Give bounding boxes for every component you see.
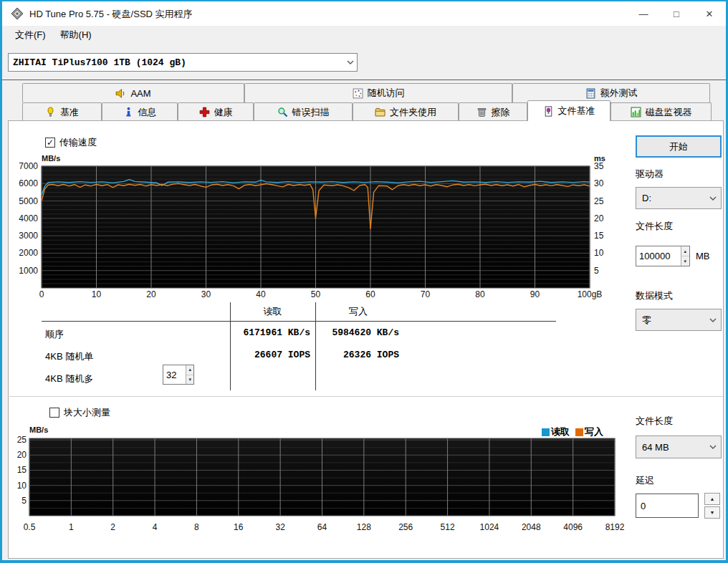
tab-extra-tests[interactable]: 额外测试: [512, 83, 710, 102]
tick-label: 5000: [19, 196, 38, 206]
tab-error-scan[interactable]: 错误扫描: [254, 102, 353, 121]
app-icon: [11, 7, 24, 20]
tab-erase[interactable]: 擦除: [459, 102, 527, 121]
block-size-chart: 0.512481632641282565121024204840968192MB…: [9, 423, 633, 536]
drive-select-value: ZHITAI TiPlus7100 1TB (1024 gB): [9, 57, 344, 68]
file-length-spinner[interactable]: ▲ ▼: [636, 246, 690, 266]
tick-label: 6000: [19, 178, 38, 188]
lightbulb-icon: [45, 107, 56, 117]
tick-label: 1: [69, 522, 74, 532]
tick-label: 32: [275, 522, 285, 532]
queue-depth-spinner[interactable]: ▲ ▼: [163, 365, 194, 385]
tick-label: ms: [594, 154, 605, 163]
table-vline-2: [315, 302, 316, 390]
tick-label: 25: [17, 435, 27, 445]
delay-spin-down[interactable]: ▼: [704, 506, 720, 519]
tick-label: MB/s: [42, 154, 60, 163]
minimize-button[interactable]: —: [627, 1, 660, 26]
tab-label: 额外测试: [600, 87, 638, 100]
transfer-speed-checkbox[interactable]: ✓ 传输速度: [45, 136, 97, 149]
block-size-label: 块大小测量: [64, 406, 110, 419]
toolbar: ZHITAI TiPlus7100 1TB (1024 gB) — 癈: [2, 44, 726, 79]
file-length-unit: MB: [696, 251, 710, 261]
tick-label: 1024: [480, 522, 499, 532]
file-length-input[interactable]: [636, 246, 681, 266]
chevron-down-icon: [705, 318, 721, 322]
block-file-length-label: 文件长度: [636, 415, 673, 428]
queue-depth-spin-up[interactable]: ▲: [186, 365, 193, 375]
tick-label: 20: [17, 450, 27, 460]
delay-input[interactable]: 0: [636, 494, 699, 518]
tick-label: 5: [594, 266, 599, 276]
data-pattern-dropdown[interactable]: 零: [636, 309, 722, 331]
tick-label: 0.5: [24, 522, 36, 532]
checkbox-unchecked-box: [49, 408, 59, 418]
block-file-length-dropdown[interactable]: 64 MB: [636, 436, 722, 458]
menu-bar: 文件(F) 帮助(H): [2, 26, 726, 44]
tick-label: 2000: [19, 248, 38, 258]
tab-folder-usage[interactable]: 文件夹使用: [353, 102, 459, 121]
transfer-speed-chart: 1000200030004000500060007000510152025303…: [15, 154, 631, 301]
drive-dropdown[interactable]: D:: [636, 187, 722, 209]
tick-label: 70: [421, 289, 431, 299]
tick-label: 50: [311, 289, 321, 299]
data-pattern-value: 零: [636, 314, 705, 327]
disk-monitor-icon: [631, 107, 641, 117]
maximize-button[interactable]: □: [660, 1, 693, 26]
calculator-icon: [585, 88, 596, 99]
tab-info[interactable]: 信息: [102, 102, 178, 121]
queue-depth-spin-down[interactable]: ▼: [186, 375, 193, 385]
tick-label: 1000: [19, 266, 38, 276]
chevron-down-icon: [705, 445, 721, 449]
table-hline: [42, 321, 556, 322]
tab-label: 健康: [214, 106, 233, 119]
drive-dropdown-value: D:: [636, 193, 705, 203]
row-4k-multi-label: 4KB 随机多: [45, 372, 93, 385]
tick-label: 30: [594, 178, 604, 188]
tick-label: 2: [110, 522, 115, 532]
tick-label: 128: [357, 522, 371, 532]
tick-label: 0: [39, 289, 44, 299]
file-length-spin-up[interactable]: ▲: [681, 246, 689, 256]
tick-label: 4096: [563, 522, 583, 532]
folder-icon: [375, 107, 385, 117]
speaker-icon: [115, 88, 126, 99]
menu-file[interactable]: 文件(F): [8, 26, 53, 44]
queue-depth-input[interactable]: [163, 365, 186, 384]
magnifier-icon: [277, 107, 288, 117]
window-title: HD Tune Pro 5.75 - 硬盘/SSD 实用程序: [29, 8, 193, 21]
tick-label: 7000: [19, 161, 38, 171]
tick-label: 512: [441, 522, 455, 532]
tick-label: 16: [234, 522, 244, 532]
start-button[interactable]: 开始: [636, 135, 722, 158]
checkbox-check-icon: ✓: [45, 138, 55, 148]
tab-health[interactable]: 健康: [178, 102, 254, 121]
delay-label: 延迟: [636, 474, 654, 487]
block-size-checkbox[interactable]: 块大小测量: [49, 406, 110, 419]
tab-label: AAM: [130, 88, 150, 99]
tick-label: 35: [594, 161, 604, 171]
section-divider: [9, 396, 723, 397]
tab-random-access[interactable]: 随机访问: [244, 83, 512, 102]
random-single-read-value: 26607 IOPS: [231, 350, 310, 360]
tick-label: 20: [594, 213, 604, 223]
tick-label: 4: [153, 522, 158, 532]
tab-row-top: AAM 随机访问 额外测试: [22, 83, 710, 102]
close-button[interactable]: ✕: [693, 1, 726, 26]
tab-aam[interactable]: AAM: [22, 83, 244, 102]
health-cross-icon: [199, 107, 210, 117]
tab-disk-monitor[interactable]: 磁盘监视器: [610, 102, 712, 121]
tab-file-benchmark[interactable]: 文件基准: [527, 100, 610, 121]
file-length-spin-down[interactable]: ▼: [681, 256, 689, 266]
tick-label: 3000: [19, 231, 38, 241]
row-4k-single-label: 4KB 随机单: [45, 350, 93, 363]
tab-label: 文件基准: [558, 105, 595, 117]
tick-label: MB/s: [29, 425, 48, 434]
menu-help[interactable]: 帮助(H): [53, 26, 99, 44]
sequential-read-value: 6171961 KB/s: [231, 327, 310, 338]
read-column-header: 读取: [230, 305, 315, 318]
delay-spin-up[interactable]: ▲: [704, 493, 720, 505]
tab-benchmark[interactable]: 基准: [22, 102, 102, 121]
tick-label: 15: [17, 465, 27, 475]
drive-select[interactable]: ZHITAI TiPlus7100 1TB (1024 gB): [8, 53, 358, 72]
